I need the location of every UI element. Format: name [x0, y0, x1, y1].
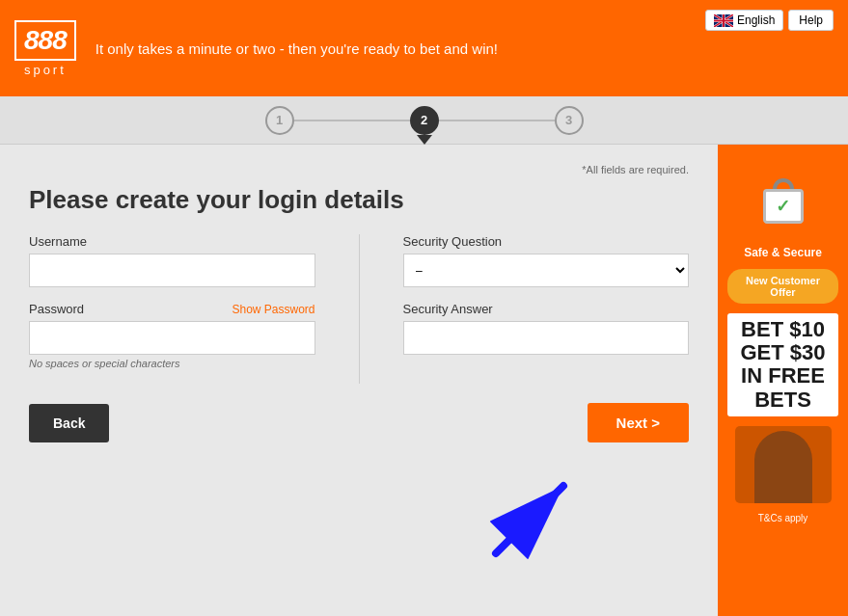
username-group: Username — [29, 234, 315, 287]
lock-check-icon: ✓ — [776, 196, 790, 217]
security-answer-group: Security Answer — [403, 302, 690, 355]
logo-sport: sport — [24, 63, 67, 77]
form-section: *All fields are required. Please create … — [0, 145, 718, 616]
header-top-right: English Help — [705, 10, 834, 31]
svg-rect-8 — [723, 14, 725, 27]
step1-container: 1 — [265, 106, 294, 135]
language-label: English — [737, 13, 775, 27]
flag-icon — [714, 14, 733, 27]
security-answer-input[interactable] — [403, 321, 690, 355]
promo-line1: BET $10 — [735, 318, 831, 341]
show-password-link[interactable]: Show Password — [232, 303, 315, 316]
header-tagline: It only takes a minute or two - then you… — [96, 40, 498, 57]
password-label: Password — [29, 302, 84, 316]
step-line-1 — [294, 120, 410, 121]
password-row: Password Show Password — [29, 302, 315, 316]
back-button[interactable]: Back — [29, 404, 109, 442]
person-silhouette — [754, 431, 812, 503]
security-question-label: Security Question — [403, 234, 690, 249]
buttons-row: Back Next > — [29, 403, 689, 442]
form-title: Please create your login details — [29, 185, 689, 215]
lock-icon-container: ✓ — [756, 174, 809, 236]
column-divider — [359, 234, 360, 384]
new-customer-button[interactable]: New Customer Offer — [727, 269, 838, 304]
required-note: *All fields are required. — [29, 164, 689, 175]
password-group: Password Show Password No spaces or spec… — [29, 302, 315, 369]
promo-image — [735, 426, 832, 503]
arrow-indicator — [467, 467, 583, 563]
promo-line2: GET $30 — [735, 341, 831, 364]
promo-text: BET $10 GET $30 IN FREE BETS — [727, 313, 838, 416]
lock-body: ✓ — [763, 189, 804, 224]
logo-container: 888 sport — [14, 20, 76, 77]
step3-circle: 3 — [555, 106, 584, 135]
promo-line4: BETS — [735, 388, 831, 412]
logo-888: 888 — [24, 25, 67, 55]
main-content: *All fields are required. Please create … — [0, 145, 848, 616]
right-column: Security Question – Security Answer — [403, 234, 690, 369]
security-question-select[interactable]: – — [403, 254, 690, 287]
step3-container: 3 — [555, 106, 584, 135]
language-button[interactable]: English — [705, 10, 783, 31]
password-hint: No spaces or special characters — [29, 358, 315, 369]
steps-bar: 1 2 3 — [0, 96, 848, 145]
help-button[interactable]: Help — [788, 10, 834, 31]
password-input[interactable] — [29, 321, 315, 355]
safe-secure-label: Safe & Secure — [744, 246, 822, 259]
header: English Help 888 sport It only takes a m… — [0, 0, 848, 96]
security-answer-label: Security Answer — [403, 302, 690, 316]
tcs-label: T&Cs apply — [758, 513, 808, 523]
svg-line-10 — [496, 486, 563, 553]
username-label: Username — [29, 234, 315, 249]
step-line-2 — [439, 120, 555, 121]
sidebar: ✓ Safe & Secure New Customer Offer BET $… — [718, 145, 848, 616]
form-row: Username Password Show Password No space… — [29, 234, 689, 384]
next-button[interactable]: Next > — [588, 403, 689, 442]
security-question-group: Security Question – — [403, 234, 690, 287]
promo-line3: IN FREE — [735, 364, 831, 388]
left-column: Username Password Show Password No space… — [29, 234, 315, 384]
step1-circle: 1 — [265, 106, 294, 135]
step2-circle: 2 — [410, 106, 439, 135]
step2-container: 2 — [410, 106, 439, 135]
username-input[interactable] — [29, 254, 315, 287]
